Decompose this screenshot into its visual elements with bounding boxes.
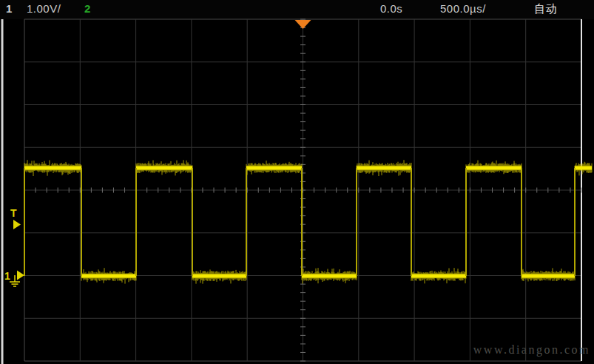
trigger-level-arrow-icon [13,220,21,229]
waveform-level-core [192,274,246,278]
waveform-level-core [522,274,575,278]
waveform-level-core [575,166,592,170]
oscilloscope-screen: 1 1.00V/ 2 0.0s 500.0µs/ 自动 T1 www.diang… [0,0,594,364]
waveform-level-core [357,166,411,170]
waveform-level-core [246,166,302,170]
graticule-and-waveform: T1 [0,0,594,364]
ground-marker-arrow-icon [17,271,24,280]
waveform-level-core [411,274,466,278]
waveform-level-core [136,166,192,170]
waveform-level-core [81,274,136,278]
trigger-level-label: T [10,207,17,219]
waveform-level-core [302,274,357,278]
watermark-text: www.diangon.com [473,343,590,357]
waveform-level-core [24,166,81,170]
ground-marker-label: 1 [4,270,10,282]
waveform-level-core [466,166,522,170]
trigger-position-icon [295,20,311,29]
